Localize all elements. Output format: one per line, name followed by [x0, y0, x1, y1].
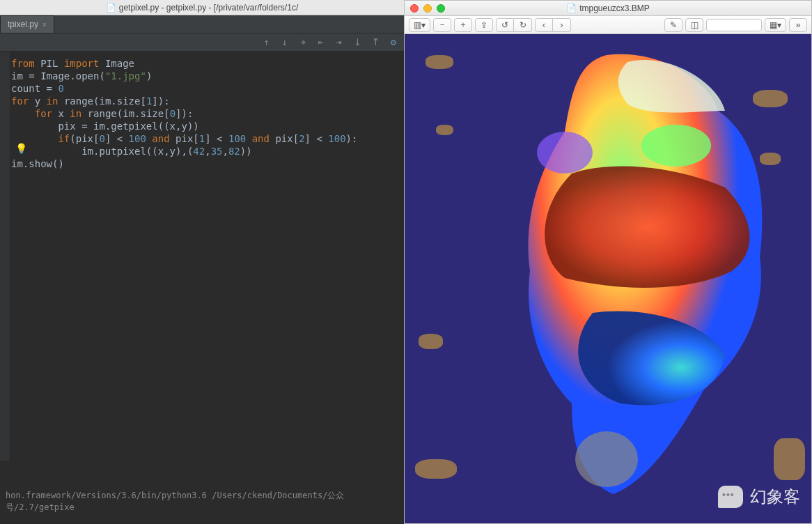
preview-title-label: tmpgueuzcx3.BMP	[579, 3, 650, 13]
sidebar-toggle-button[interactable]: ▥▾	[409, 18, 430, 32]
debug-step-icon[interactable]: ⇤	[315, 36, 327, 49]
close-tab-icon[interactable]: ×	[42, 21, 47, 29]
code-line[interactable]: from PIL import Image	[11, 57, 401, 70]
svg-point-1	[641, 125, 711, 167]
rotate-left-button[interactable]: ↺	[496, 18, 514, 32]
crop-button[interactable]: ◫	[685, 18, 703, 32]
preview-window: 📄 tmpgueuzcx3.BMP ▥▾ － ＋ ⇪ ↺ ↻ ‹ › ✎ ◫ ▦…	[404, 0, 812, 524]
view-grid-button[interactable]: ▦▾	[765, 18, 786, 32]
intention-bulb-icon[interactable]: 💡	[15, 142, 27, 155]
zoom-window-icon[interactable]	[437, 4, 445, 13]
chat-bubble-icon	[718, 486, 743, 508]
share-button[interactable]: ⇪	[475, 18, 493, 32]
zoom-out-button[interactable]: －	[433, 18, 451, 32]
editor-toolbar: ↑ ↓ ⌖ ⇤ ⇥ ⤓ ⤒ ⚙	[0, 33, 404, 52]
code-line[interactable]: if(pix[0] < 100 and pix[1] < 100 and pix…	[11, 132, 401, 145]
gear-icon[interactable]: ⚙	[387, 36, 400, 49]
preview-toolbar: ▥▾ － ＋ ⇪ ↺ ↻ ‹ › ✎ ◫ ▦▾ »	[405, 16, 811, 34]
arrow-down-icon[interactable]: ↓	[279, 36, 291, 49]
code-line[interactable]: im.putpixel((x,y),(42,35,82))	[11, 145, 401, 157]
editor-tab-strip: tpixel.py ×	[0, 15, 404, 33]
ide-window: 📄 getpixel.py - getpixel.py - [/private/…	[0, 0, 404, 524]
editor-tab-label: tpixel.py	[8, 20, 38, 29]
python-file-icon: 📄	[106, 3, 116, 13]
debug-step-icon[interactable]: ⤒	[369, 36, 382, 49]
code-line[interactable]: count = 0	[11, 82, 401, 95]
markup-button[interactable]: ✎	[664, 18, 682, 32]
rotate-right-button[interactable]: ↻	[514, 18, 532, 32]
ide-window-title: getpixel.py - getpixel.py - [/private/va…	[119, 3, 298, 13]
code-editor[interactable]: 💡 from PIL import Imageim = Image.open("…	[0, 52, 404, 461]
more-button[interactable]: »	[789, 18, 807, 32]
code-line[interactable]: im.show()	[11, 157, 401, 170]
preview-titlebar[interactable]: 📄 tmpgueuzcx3.BMP	[405, 1, 811, 16]
traffic-lights	[410, 4, 445, 13]
code-line[interactable]: im = Image.open("1.jpg")	[11, 70, 401, 82]
target-icon[interactable]: ⌖	[297, 36, 309, 49]
arrow-up-icon[interactable]: ↑	[260, 36, 273, 49]
console-output: hon.framework/Versions/3.6/bin/python3.6…	[6, 491, 344, 512]
image-content	[467, 48, 767, 508]
ide-titlebar: 📄 getpixel.py - getpixel.py - [/private/…	[0, 0, 404, 15]
svg-point-2	[575, 431, 638, 487]
image-canvas[interactable]: 幻象客	[405, 34, 811, 523]
next-page-button[interactable]: ›	[553, 18, 571, 32]
prev-page-button[interactable]: ‹	[535, 18, 553, 32]
editor-gutter	[0, 52, 10, 461]
code-line[interactable]: for y in range(im.size[1]):	[11, 95, 401, 107]
preview-title: 📄 tmpgueuzcx3.BMP	[405, 3, 811, 13]
run-console[interactable]: hon.framework/Versions/3.6/bin/python3.6…	[0, 461, 404, 524]
close-window-icon[interactable]	[410, 4, 419, 13]
zoom-in-button[interactable]: ＋	[454, 18, 472, 32]
breadcrumb[interactable]	[4, 33, 255, 51]
code-line[interactable]: pix = im.getpixel((x,y))	[11, 120, 401, 132]
bmp-file-icon: 📄	[566, 3, 577, 13]
minimize-window-icon[interactable]	[423, 4, 432, 13]
editor-tab[interactable]: tpixel.py ×	[0, 15, 54, 33]
watermark-text: 幻象客	[750, 486, 800, 508]
code-line[interactable]: for x in range(im.size[0]):	[11, 107, 401, 120]
watermark: 幻象客	[718, 486, 800, 508]
svg-point-0	[537, 132, 593, 174]
debug-step-icon[interactable]: ⇥	[333, 36, 345, 49]
search-input[interactable]	[706, 19, 762, 31]
debug-step-icon[interactable]: ⤓	[351, 36, 364, 49]
